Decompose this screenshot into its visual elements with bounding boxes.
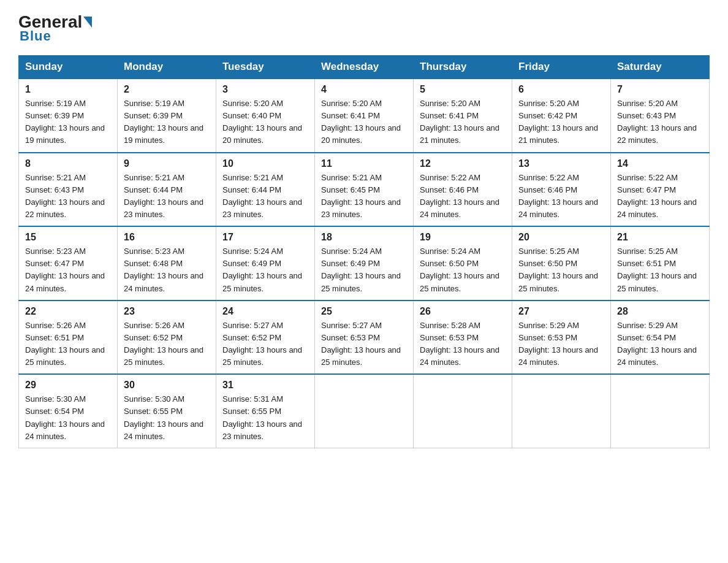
calendar-day-cell: 23 Sunrise: 5:26 AM Sunset: 6:52 PM Dayl… bbox=[118, 301, 216, 375]
day-info: Sunrise: 5:24 AM Sunset: 6:49 PM Dayligh… bbox=[222, 245, 308, 295]
calendar-day-cell: 24 Sunrise: 5:27 AM Sunset: 6:52 PM Dayl… bbox=[216, 301, 315, 375]
day-number: 12 bbox=[420, 158, 506, 169]
calendar-day-cell: 17 Sunrise: 5:24 AM Sunset: 6:49 PM Dayl… bbox=[216, 226, 315, 301]
day-info: Sunrise: 5:24 AM Sunset: 6:49 PM Dayligh… bbox=[321, 245, 407, 295]
calendar-day-cell: 8 Sunrise: 5:21 AM Sunset: 6:43 PM Dayli… bbox=[19, 153, 118, 227]
calendar-day-cell: 4 Sunrise: 5:20 AM Sunset: 6:41 PM Dayli… bbox=[315, 79, 414, 153]
day-info: Sunrise: 5:29 AM Sunset: 6:54 PM Dayligh… bbox=[617, 320, 703, 369]
calendar-day-cell: 28 Sunrise: 5:29 AM Sunset: 6:54 PM Dayl… bbox=[611, 301, 710, 375]
day-info: Sunrise: 5:21 AM Sunset: 6:44 PM Dayligh… bbox=[222, 172, 308, 221]
day-number: 5 bbox=[420, 84, 506, 95]
day-info: Sunrise: 5:25 AM Sunset: 6:50 PM Dayligh… bbox=[518, 245, 604, 295]
calendar-day-cell: 19 Sunrise: 5:24 AM Sunset: 6:50 PM Dayl… bbox=[414, 226, 512, 301]
day-number: 26 bbox=[420, 306, 506, 317]
calendar-day-cell bbox=[414, 374, 512, 448]
day-number: 31 bbox=[222, 380, 308, 391]
calendar-day-cell: 5 Sunrise: 5:20 AM Sunset: 6:41 PM Dayli… bbox=[414, 79, 512, 153]
calendar-day-cell: 20 Sunrise: 5:25 AM Sunset: 6:50 PM Dayl… bbox=[512, 226, 611, 301]
day-info: Sunrise: 5:31 AM Sunset: 6:55 PM Dayligh… bbox=[222, 393, 308, 443]
day-info: Sunrise: 5:23 AM Sunset: 6:48 PM Dayligh… bbox=[124, 245, 210, 295]
day-info: Sunrise: 5:26 AM Sunset: 6:52 PM Dayligh… bbox=[124, 320, 210, 369]
day-info: Sunrise: 5:19 AM Sunset: 6:39 PM Dayligh… bbox=[25, 98, 111, 147]
day-info: Sunrise: 5:21 AM Sunset: 6:44 PM Dayligh… bbox=[124, 172, 210, 221]
day-of-week-header: Friday bbox=[512, 56, 611, 79]
page-header: General Blue bbox=[18, 12, 710, 44]
day-number: 19 bbox=[420, 232, 506, 243]
day-info: Sunrise: 5:20 AM Sunset: 6:42 PM Dayligh… bbox=[518, 98, 604, 147]
calendar-day-cell: 15 Sunrise: 5:23 AM Sunset: 6:47 PM Dayl… bbox=[19, 226, 118, 301]
day-number: 17 bbox=[222, 232, 308, 243]
calendar-day-cell bbox=[512, 374, 611, 448]
logo: General Blue bbox=[18, 12, 93, 44]
day-info: Sunrise: 5:21 AM Sunset: 6:43 PM Dayligh… bbox=[25, 172, 111, 221]
day-info: Sunrise: 5:22 AM Sunset: 6:47 PM Dayligh… bbox=[617, 172, 703, 221]
day-info: Sunrise: 5:19 AM Sunset: 6:39 PM Dayligh… bbox=[124, 98, 210, 147]
day-number: 22 bbox=[25, 306, 111, 317]
logo-triangle-icon bbox=[83, 17, 92, 28]
day-number: 7 bbox=[617, 84, 703, 95]
day-number: 21 bbox=[617, 232, 703, 243]
calendar-day-cell: 31 Sunrise: 5:31 AM Sunset: 6:55 PM Dayl… bbox=[216, 374, 315, 448]
day-number: 28 bbox=[617, 306, 703, 317]
day-info: Sunrise: 5:22 AM Sunset: 6:46 PM Dayligh… bbox=[518, 172, 604, 221]
day-number: 27 bbox=[518, 306, 604, 317]
logo-blue-text: Blue bbox=[18, 28, 51, 44]
day-info: Sunrise: 5:20 AM Sunset: 6:43 PM Dayligh… bbox=[617, 98, 703, 147]
calendar-day-cell: 3 Sunrise: 5:20 AM Sunset: 6:40 PM Dayli… bbox=[216, 79, 315, 153]
day-number: 16 bbox=[124, 232, 210, 243]
calendar-day-cell: 9 Sunrise: 5:21 AM Sunset: 6:44 PM Dayli… bbox=[118, 153, 216, 227]
day-info: Sunrise: 5:26 AM Sunset: 6:51 PM Dayligh… bbox=[25, 320, 111, 369]
day-info: Sunrise: 5:20 AM Sunset: 6:40 PM Dayligh… bbox=[222, 98, 308, 147]
day-of-week-header: Monday bbox=[118, 56, 216, 79]
calendar-day-cell: 25 Sunrise: 5:27 AM Sunset: 6:53 PM Dayl… bbox=[315, 301, 414, 375]
calendar-day-cell: 21 Sunrise: 5:25 AM Sunset: 6:51 PM Dayl… bbox=[611, 226, 710, 301]
calendar-day-cell: 11 Sunrise: 5:21 AM Sunset: 6:45 PM Dayl… bbox=[315, 153, 414, 227]
calendar-day-cell: 6 Sunrise: 5:20 AM Sunset: 6:42 PM Dayli… bbox=[512, 79, 611, 153]
calendar-day-cell: 16 Sunrise: 5:23 AM Sunset: 6:48 PM Dayl… bbox=[118, 226, 216, 301]
day-info: Sunrise: 5:22 AM Sunset: 6:46 PM Dayligh… bbox=[420, 172, 506, 221]
day-info: Sunrise: 5:27 AM Sunset: 6:52 PM Dayligh… bbox=[222, 320, 308, 369]
day-of-week-header: Tuesday bbox=[216, 56, 315, 79]
day-info: Sunrise: 5:20 AM Sunset: 6:41 PM Dayligh… bbox=[321, 98, 407, 147]
day-info: Sunrise: 5:21 AM Sunset: 6:45 PM Dayligh… bbox=[321, 172, 407, 221]
calendar-day-cell: 22 Sunrise: 5:26 AM Sunset: 6:51 PM Dayl… bbox=[19, 301, 118, 375]
day-info: Sunrise: 5:30 AM Sunset: 6:54 PM Dayligh… bbox=[25, 393, 111, 443]
day-info: Sunrise: 5:24 AM Sunset: 6:50 PM Dayligh… bbox=[420, 245, 506, 295]
calendar-day-cell: 13 Sunrise: 5:22 AM Sunset: 6:46 PM Dayl… bbox=[512, 153, 611, 227]
day-number: 8 bbox=[25, 158, 111, 169]
day-number: 2 bbox=[124, 84, 210, 95]
calendar-week-row: 8 Sunrise: 5:21 AM Sunset: 6:43 PM Dayli… bbox=[19, 153, 710, 227]
day-number: 23 bbox=[124, 306, 210, 317]
day-of-week-header: Sunday bbox=[19, 56, 118, 79]
day-info: Sunrise: 5:28 AM Sunset: 6:53 PM Dayligh… bbox=[420, 320, 506, 369]
calendar-week-row: 29 Sunrise: 5:30 AM Sunset: 6:54 PM Dayl… bbox=[19, 374, 710, 448]
calendar-day-cell: 14 Sunrise: 5:22 AM Sunset: 6:47 PM Dayl… bbox=[611, 153, 710, 227]
calendar-day-cell: 2 Sunrise: 5:19 AM Sunset: 6:39 PM Dayli… bbox=[118, 79, 216, 153]
calendar-day-cell: 29 Sunrise: 5:30 AM Sunset: 6:54 PM Dayl… bbox=[19, 374, 118, 448]
day-number: 13 bbox=[518, 158, 604, 169]
calendar-day-cell: 7 Sunrise: 5:20 AM Sunset: 6:43 PM Dayli… bbox=[611, 79, 710, 153]
calendar-day-cell: 30 Sunrise: 5:30 AM Sunset: 6:55 PM Dayl… bbox=[118, 374, 216, 448]
calendar-day-cell: 10 Sunrise: 5:21 AM Sunset: 6:44 PM Dayl… bbox=[216, 153, 315, 227]
day-number: 1 bbox=[25, 84, 111, 95]
calendar-day-cell: 27 Sunrise: 5:29 AM Sunset: 6:53 PM Dayl… bbox=[512, 301, 611, 375]
day-number: 14 bbox=[617, 158, 703, 169]
day-of-week-header: Wednesday bbox=[315, 56, 414, 79]
day-info: Sunrise: 5:25 AM Sunset: 6:51 PM Dayligh… bbox=[617, 245, 703, 295]
day-info: Sunrise: 5:27 AM Sunset: 6:53 PM Dayligh… bbox=[321, 320, 407, 369]
day-info: Sunrise: 5:29 AM Sunset: 6:53 PM Dayligh… bbox=[518, 320, 604, 369]
day-number: 6 bbox=[518, 84, 604, 95]
calendar-table: SundayMondayTuesdayWednesdayThursdayFrid… bbox=[18, 55, 710, 448]
day-number: 9 bbox=[124, 158, 210, 169]
calendar-day-cell: 1 Sunrise: 5:19 AM Sunset: 6:39 PM Dayli… bbox=[19, 79, 118, 153]
calendar-week-row: 1 Sunrise: 5:19 AM Sunset: 6:39 PM Dayli… bbox=[19, 79, 710, 153]
day-number: 18 bbox=[321, 232, 407, 243]
calendar-day-cell: 26 Sunrise: 5:28 AM Sunset: 6:53 PM Dayl… bbox=[414, 301, 512, 375]
day-number: 15 bbox=[25, 232, 111, 243]
calendar-week-row: 22 Sunrise: 5:26 AM Sunset: 6:51 PM Dayl… bbox=[19, 301, 710, 375]
calendar-day-cell: 18 Sunrise: 5:24 AM Sunset: 6:49 PM Dayl… bbox=[315, 226, 414, 301]
day-number: 20 bbox=[518, 232, 604, 243]
day-number: 24 bbox=[222, 306, 308, 317]
day-number: 30 bbox=[124, 380, 210, 391]
calendar-week-row: 15 Sunrise: 5:23 AM Sunset: 6:47 PM Dayl… bbox=[19, 226, 710, 301]
